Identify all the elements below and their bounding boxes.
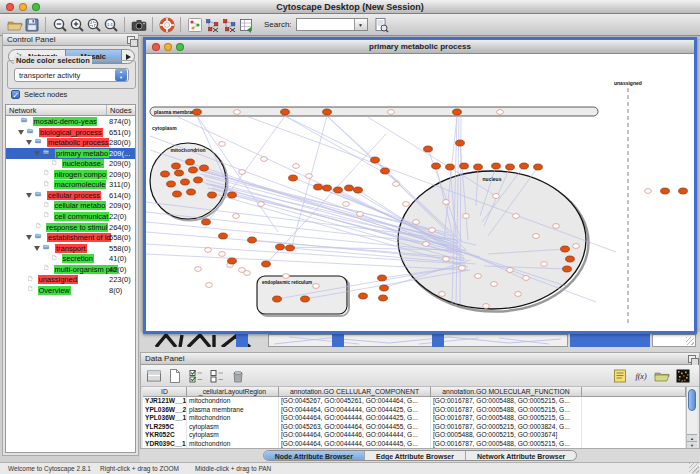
network-tree-header[interactable]: Network Nodes [6,105,135,116]
zoom-frame-icon[interactable] [176,43,184,51]
zoom-window-icon[interactable] [32,3,40,11]
attribute-table-icon[interactable] [145,367,163,385]
dropdown-stepper-icon[interactable]: ▲▼ [115,69,127,81]
scrollbar-thumb[interactable] [688,389,696,411]
tree-row[interactable]: biological_process651(0) [6,127,135,138]
compartment-plasma-membrane [150,107,598,116]
column-header[interactable]: annotation.GO MOLECULAR_FUNCTION [431,387,582,397]
column-network[interactable]: Network [6,105,107,115]
zoom-selected-icon[interactable] [85,16,102,33]
tree-row[interactable]: multi-organism pro42(0) [6,264,135,275]
destroy-view-icon[interactable] [220,16,237,33]
network-overview-icon[interactable] [186,16,203,33]
table-scrollbar[interactable]: ▲ ▼ [686,387,697,448]
tree-row[interactable]: response to stimul264(0) [6,222,135,233]
help-icon[interactable] [158,16,175,33]
table-row[interactable]: YKR052Ccytoplasm[GO:0044464, GO:0044446,… [143,431,688,440]
tree-row[interactable]: cellular process614(0) [6,190,135,201]
matrix-icon[interactable] [674,367,692,385]
tree-row[interactable]: cell communicat22(0) [6,211,135,222]
column-header[interactable] [582,387,686,397]
unselect-attributes-icon[interactable] [208,367,226,385]
tab-edge-attribute-browser[interactable]: Edge Attribute Browser [365,451,466,460]
zoom-fit-icon[interactable]: 1:1 [102,16,119,33]
close-window-icon[interactable] [6,3,14,11]
column-header[interactable]: _cellularLayoutRegion [187,387,279,397]
new-attribute-icon[interactable] [166,367,184,385]
color-attribute-dropdown[interactable]: transporter activity ▲▼ [14,68,129,82]
toolbar-separator [45,17,46,32]
tree-row[interactable]: mosaic-demo-yeast874(0) [6,116,135,127]
table-row[interactable]: YPL036W__1mitochondrion[GO:0044464, GO:0… [143,414,688,423]
network-frame-titlebar[interactable]: primary metabolic process [146,40,694,54]
tree-row[interactable]: transport558(0) [6,243,135,254]
import-attributes-icon[interactable] [653,367,671,385]
search-combobox[interactable]: ▼ [296,18,368,31]
network-canvas[interactable]: plasma membranecytoplasmmitochondrionnuc… [146,54,694,331]
expander-icon[interactable] [26,235,32,240]
data-panel-title: Data Panel [145,354,185,363]
minimize-window-icon[interactable] [19,3,27,11]
tree-node-count: 42(0) [109,265,127,274]
save-icon[interactable] [23,16,40,33]
tree-node-count: 209(0) [109,159,131,168]
select-attributes-icon[interactable] [187,367,205,385]
expander-icon[interactable] [34,151,40,156]
table-row[interactable]: YJR121W__1mitochondrion[GO:0045267, GO:0… [143,397,688,406]
formula-icon[interactable]: f(x) [632,367,650,385]
tree-row[interactable]: cellular metabo209(0) [6,200,135,211]
search-input[interactable] [297,19,354,30]
tree-row[interactable]: establishment of lo558(0) [6,232,135,243]
tree-node-count: 311(0) [109,180,130,189]
tree-row[interactable]: unassigned223(0) [6,274,135,285]
float-panel-icon[interactable] [127,36,135,44]
expander-icon[interactable] [26,140,32,145]
notes-icon[interactable] [611,367,629,385]
expander-icon[interactable] [26,193,32,198]
table-row[interactable]: YDR039C__1mitochondrion[GO:0044464, GO:0… [143,440,688,449]
table-cell [582,431,686,440]
snapshot-icon[interactable] [130,16,147,33]
table-cell: [GO:0044464, GO:0044444, GO:0044425, G..… [279,406,431,415]
delete-attribute-icon[interactable] [229,367,247,385]
table-row[interactable]: YPL036W__2plasma membrane[GO:0044464, GO… [143,406,688,415]
zoom-in-icon[interactable] [68,16,85,33]
tree-row[interactable]: nitrogen compo209(0) [6,169,135,180]
resize-grip[interactable] [689,463,699,473]
tree-row[interactable]: Overview8(0) [6,285,135,296]
column-header[interactable]: ID [143,387,187,397]
status-pan-hint: Middle-click + drag to PAN [195,465,271,472]
minimize-frame-icon[interactable] [164,43,172,51]
data-panel: Data Panel f(x) ID_cellularLayoutRegiona… [140,352,700,449]
expander-icon[interactable] [34,246,40,251]
tree-row[interactable]: metabolic process280(0) [6,137,135,148]
expander-icon[interactable] [18,130,24,135]
select-nodes-checkbox[interactable]: ✓ [11,90,20,99]
open-folder-icon[interactable] [6,16,23,33]
column-nodes[interactable]: Nodes [107,105,135,115]
tree-node-label: secretion [62,254,94,263]
tree-row[interactable]: macromolecule311(0) [6,179,135,190]
destroy-network-icon[interactable] [203,16,220,33]
search-config-icon[interactable] [373,16,390,33]
zoom-out-icon[interactable] [51,16,68,33]
chevron-down-icon[interactable]: ▼ [354,19,367,30]
folder-icon [20,117,31,126]
import-table-icon[interactable] [237,16,254,33]
float-panel-icon[interactable] [688,355,696,363]
table-cell: [GO:0016787, GO:0005488, GO:0005215, G..… [431,397,582,406]
toolbar-separator [152,17,153,32]
svg-text:plasma membrane: plasma membrane [154,109,198,115]
table-row[interactable]: YLR295Ccytoplasm[GO:0045263, GO:0044464,… [143,423,688,432]
scroll-up-icon[interactable]: ▲ [687,434,697,441]
tree-row[interactable]: secretion41(0) [6,253,135,264]
column-header[interactable]: annotation.GO CELLULAR_COMPONENT [279,387,431,397]
tab-node-attribute-browser[interactable]: Node Attribute Browser [264,451,365,460]
close-frame-icon[interactable] [152,43,160,51]
tab-network-attribute-browser[interactable]: Network Attribute Browser [466,451,576,460]
table-cell [582,423,686,432]
scroll-down-icon[interactable]: ▼ [687,441,697,448]
tree-row[interactable]: primary metabo209(... [6,148,135,159]
tree-row[interactable]: nucleobase-209(0) [6,158,135,169]
attribute-table-header[interactable]: ID_cellularLayoutRegionannotation.GO CEL… [143,387,688,397]
